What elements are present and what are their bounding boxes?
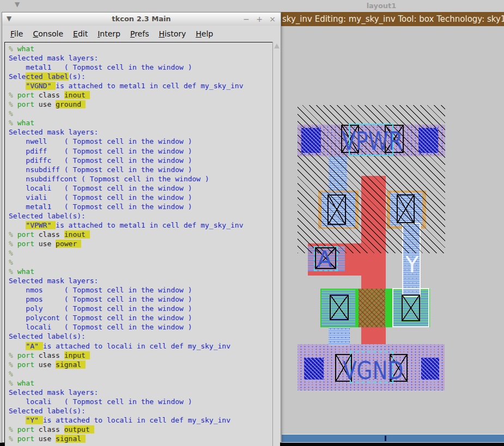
menu-interp[interactable]: Interp	[93, 27, 125, 40]
console-line: % what	[9, 378, 243, 388]
locali-strip-top	[329, 156, 347, 191]
maximize-button[interactable]: +	[256, 15, 263, 23]
console-line: % port use power	[9, 239, 243, 248]
window-menu-icon[interactable]: ▼	[15, 1, 20, 8]
port-label-vpwr: VPWR	[342, 129, 403, 154]
console-line: % what	[9, 267, 243, 276]
desktop-titlebar: ▼ layout1	[0, 0, 504, 12]
console-line: nsubdiff ( Topmost cell in the window )	[9, 165, 243, 174]
magic-layout-window: sky_inv Editing: my_sky_inv Tool: box Te…	[281, 12, 504, 443]
minimize-button[interactable]: −	[242, 15, 250, 23]
console-line: % port use ground	[9, 100, 243, 109]
transistor-gate	[359, 289, 385, 327]
console-line: % port use signal	[9, 360, 243, 369]
console-line: % port class input	[9, 351, 243, 360]
tkcon-window-title: tkcon 2.3 Main	[2, 15, 281, 23]
menu-help[interactable]: Help	[191, 27, 218, 40]
console-line: Selected label(s):	[9, 406, 243, 416]
contact-xbox-pdiff-right	[397, 194, 415, 223]
scroll-up-icon[interactable]	[274, 44, 280, 48]
console-line: % port class output	[9, 425, 243, 434]
console-line: viali ( Topmost cell in the window )	[9, 193, 243, 202]
layout-hscrollbar[interactable]	[282, 434, 504, 443]
console-line: poly ( Topmost cell in the window )	[9, 304, 243, 313]
console-line: Selected mask layers:	[9, 276, 243, 285]
console-line: Selected label(s):	[9, 332, 243, 341]
menu-console[interactable]: Console	[28, 27, 68, 40]
menu-prefs[interactable]: Prefs	[125, 27, 154, 40]
port-label-a: A	[317, 248, 332, 270]
console-line: pmos ( Topmost cell in the window )	[9, 295, 243, 304]
console-line: % what	[9, 44, 243, 53]
console-line: polycont ( Topmost cell in the window )	[9, 313, 243, 322]
menu-edit[interactable]: Edit	[68, 27, 93, 40]
via-vgnd-left	[304, 358, 324, 380]
via-vpwr-right	[418, 128, 438, 153]
tkcon-window: ▼ tkcon 2.3 Main − + × FileConsoleEditIn…	[2, 12, 281, 443]
contact-xbox-pdiff-left	[327, 194, 346, 225]
console-line: % port class inout	[9, 230, 243, 239]
console-line: % port use signal	[9, 434, 243, 443]
console-line: %	[9, 109, 243, 118]
console-line: Selected mask layers:	[9, 53, 243, 63]
console-line: locali ( Topmost cell in the window )	[9, 184, 243, 193]
console-line: % what	[9, 118, 243, 127]
console-line: Selected mask layers:	[9, 127, 243, 137]
console-line: Selected label(s):	[9, 72, 243, 81]
console-line: "VGND" is attached to metal1 in cell def…	[9, 81, 243, 90]
console-scrollbar[interactable]	[272, 42, 280, 446]
locali-strip-bottom	[329, 327, 350, 345]
console-text: % whatSelected mask layers: metal1 ( Top…	[5, 42, 243, 443]
console-line: nsubdiffcont ( Topmost cell in the windo…	[9, 174, 243, 184]
tkcon-menubar: FileConsoleEditInterpPrefsHistoryHelp	[2, 26, 281, 41]
menu-file[interactable]: File	[5, 27, 28, 40]
layout-canvas[interactable]: VPWR VGND A Y	[282, 26, 504, 443]
console-line: Selected label(s):	[9, 211, 243, 221]
console-line: %	[9, 258, 243, 267]
console-line: %	[9, 369, 243, 378]
contact-xbox-ndiff-left	[330, 295, 349, 320]
console-output[interactable]: % whatSelected mask layers: metal1 ( Top…	[4, 42, 274, 446]
port-label-y: Y	[405, 254, 418, 276]
selection-box-ndiff-right	[392, 288, 429, 327]
console-line: nmos ( Topmost cell in the window )	[9, 285, 243, 295]
hscrollbar-cursor	[385, 436, 386, 441]
console-line: "A" is attached to locali in cell def my…	[9, 341, 243, 351]
console-line: pdiff ( Topmost cell in the window )	[9, 146, 243, 156]
console-line: nwell ( Topmost cell in the window )	[9, 137, 243, 146]
via-vpwr-left	[301, 128, 321, 153]
console-line: %	[9, 248, 243, 258]
desktop-window-title: layout1	[349, 2, 414, 10]
magic-titlebar[interactable]: sky_inv Editing: my_sky_inv Tool: box Te…	[281, 12, 504, 26]
console-line: Selected mask layers:	[9, 388, 243, 397]
console-line: metal1 ( Topmost cell in the window )	[9, 202, 243, 211]
console-line: "Y" is attached to locali in cell def my…	[9, 416, 243, 425]
console-line: locali ( Topmost cell in the window )	[9, 397, 243, 406]
menu-history[interactable]: History	[154, 27, 191, 40]
close-button[interactable]: ×	[269, 15, 276, 23]
port-label-vgnd: VGND	[343, 359, 403, 383]
console-line: locali ( Topmost cell in the window )	[9, 322, 243, 332]
console-line: "VPWR" is attached to metal1 in cell def…	[9, 221, 243, 230]
console-line: % port class inout	[9, 90, 243, 100]
tkcon-titlebar[interactable]: ▼ tkcon 2.3 Main − + ×	[2, 13, 281, 26]
console-line: metal1 ( Topmost cell in the window )	[9, 63, 243, 72]
via-vgnd-right	[421, 358, 439, 380]
console-line: pdiffc ( Topmost cell in the window )	[9, 156, 243, 165]
